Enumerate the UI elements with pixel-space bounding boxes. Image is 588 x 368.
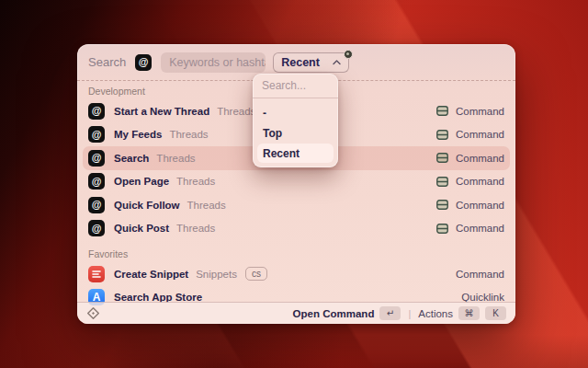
item-title: Create Snippet xyxy=(114,269,188,280)
command-window-icon xyxy=(436,200,448,210)
filter-dropdown-button[interactable]: Recent xyxy=(273,52,349,73)
return-keycap: ↵ xyxy=(379,306,401,320)
item-type-label: Command xyxy=(456,223,504,234)
item-type-label: Command xyxy=(456,176,504,187)
filter-dropdown-panel: Search... -TopRecent xyxy=(253,74,338,167)
list-item[interactable]: Create SnippetSnippetscsCommand xyxy=(83,262,510,286)
threads-icon: @ xyxy=(135,54,152,71)
notification-badge xyxy=(344,50,353,59)
list-item[interactable]: @Quick FollowThreadsCommand xyxy=(83,193,510,217)
command-window-icon xyxy=(436,153,448,163)
command-keycap: ⌘ xyxy=(458,306,480,320)
command-window-icon xyxy=(436,106,448,116)
item-subtitle: Threads xyxy=(156,153,195,164)
item-title: Quick Follow xyxy=(114,200,180,211)
item-title: Start a New Thread xyxy=(114,106,209,117)
dropdown-search-input[interactable]: Search... xyxy=(253,74,338,98)
section-header: Favorites xyxy=(83,246,510,262)
item-subtitle: Threads xyxy=(169,129,208,140)
item-title: Open Page xyxy=(114,176,169,187)
item-type-label: Command xyxy=(456,106,504,117)
dropdown-item[interactable]: - xyxy=(257,103,334,122)
item-type-label: Command xyxy=(456,153,504,164)
threads-icon: @ xyxy=(88,126,105,143)
item-title: Quick Post xyxy=(114,223,169,234)
action-bar: Open Command ↵ | Actions ⌘ K xyxy=(77,302,515,324)
item-subtitle: Threads xyxy=(176,223,215,234)
footer-divider: | xyxy=(408,308,411,319)
list-item[interactable]: @Quick PostThreadsCommand xyxy=(83,217,510,241)
dropdown-items: -TopRecent xyxy=(253,98,338,163)
item-title: My Feeds xyxy=(114,129,162,140)
item-title: Search xyxy=(114,153,149,164)
item-type-label: Command xyxy=(456,129,504,140)
primary-action-button[interactable]: Open Command xyxy=(293,308,375,319)
list-item[interactable]: @Open PageThreadsCommand xyxy=(83,170,510,194)
command-window-icon xyxy=(436,130,448,140)
threads-icon: @ xyxy=(88,150,105,167)
threads-icon: @ xyxy=(88,173,105,190)
item-subtitle: Threads xyxy=(187,200,226,211)
launcher-window: Search @ Keywords or hashtags Recent Dev… xyxy=(77,44,515,324)
chevron-up-icon xyxy=(333,60,341,65)
actions-button[interactable]: Actions xyxy=(418,308,453,319)
item-subtitle: Threads xyxy=(176,176,215,187)
item-type-label: Command xyxy=(456,200,504,211)
threads-icon: @ xyxy=(88,197,105,213)
search-input[interactable]: Keywords or hashtags xyxy=(161,52,266,73)
threads-icon: @ xyxy=(88,103,105,120)
snippets-icon xyxy=(88,266,105,282)
command-window-icon xyxy=(436,177,448,187)
filter-selected-label: Recent xyxy=(281,56,320,69)
item-subtitle: Snippets xyxy=(196,269,237,280)
context-label: Search xyxy=(88,55,126,69)
dropdown-item[interactable]: Recent xyxy=(257,144,334,163)
command-window-icon xyxy=(436,224,448,234)
dropdown-item[interactable]: Top xyxy=(257,123,334,143)
k-keycap: K xyxy=(485,306,506,320)
threads-icon: @ xyxy=(88,220,105,236)
item-type-label: Command xyxy=(456,269,504,280)
item-subtitle: Threads xyxy=(217,106,255,117)
raycast-logo-icon xyxy=(86,306,100,320)
item-alias-badge: cs xyxy=(245,267,267,281)
